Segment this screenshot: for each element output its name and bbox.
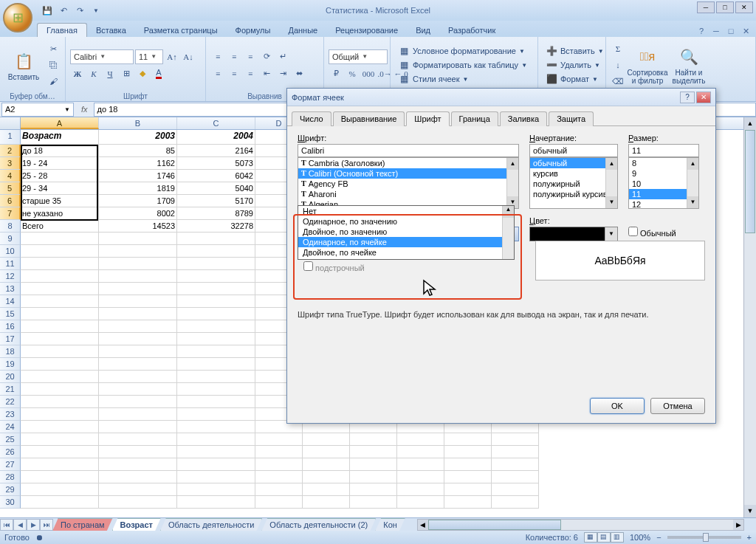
style-list[interactable]: обычныйкурсивполужирныйполужирный курсив… — [529, 157, 618, 209]
sheet-tab-activity[interactable]: Область деятельности — [160, 518, 262, 531]
cut-icon[interactable]: ✂ — [46, 41, 61, 56]
font-list-item[interactable]: T Cambria (Заголовки) — [298, 158, 518, 168]
cell[interactable] — [177, 320, 255, 333]
comma-icon[interactable]: 000 — [361, 66, 376, 81]
cell[interactable] — [444, 471, 492, 483]
scroll-down-icon[interactable]: ▼ — [744, 505, 756, 517]
cell[interactable] — [21, 258, 99, 270]
cell[interactable] — [444, 433, 492, 446]
tab-view[interactable]: Вид — [407, 24, 439, 37]
find-select-button[interactable]: 🔍 Найти и выделить — [670, 44, 708, 86]
ribbon-help-icon[interactable]: ? — [695, 27, 707, 37]
cell[interactable] — [177, 483, 255, 496]
align-center-icon[interactable]: ≡ — [227, 66, 241, 81]
ok-button[interactable]: OK — [590, 398, 645, 414]
cell[interactable] — [21, 308, 99, 320]
cell[interactable] — [303, 496, 350, 509]
cell[interactable] — [397, 483, 444, 496]
font-list-item[interactable]: T Aharoni — [298, 189, 518, 199]
column-header[interactable]: B — [99, 117, 177, 129]
row-header[interactable]: 12 — [0, 270, 21, 283]
hscroll-thumb[interactable] — [428, 520, 561, 530]
underline-option[interactable]: Одинарное, по значению — [298, 216, 514, 227]
cell[interactable] — [99, 408, 177, 421]
underline-option[interactable]: Нет — [298, 206, 514, 216]
cell[interactable]: 8789 — [177, 207, 255, 220]
cell[interactable]: 6042 — [177, 170, 255, 182]
cell[interactable] — [99, 496, 177, 509]
cell[interactable]: 1819 — [99, 182, 177, 195]
sheet-tab-countries[interactable]: По странам — [52, 518, 113, 531]
font-list-item[interactable]: T Agency FB — [298, 179, 518, 189]
cell[interactable]: 29 - 34 — [21, 182, 99, 195]
cell[interactable] — [255, 458, 303, 471]
bold-button[interactable]: Ж — [70, 66, 85, 81]
underline-option[interactable]: Двойное, по значению — [298, 227, 514, 237]
row-header[interactable]: 20 — [0, 371, 21, 383]
style-list-item[interactable]: обычный — [530, 158, 617, 168]
number-format-combo[interactable]: Общий▼ — [329, 49, 388, 64]
cell[interactable] — [350, 483, 397, 496]
row-header[interactable]: 25 — [0, 433, 21, 446]
row-header[interactable]: 30 — [0, 496, 21, 509]
cell[interactable] — [99, 320, 177, 333]
vertical-scrollbar[interactable]: ▲ ▼ — [743, 117, 756, 517]
scroll-up-icon[interactable]: ▲ — [744, 117, 756, 130]
cell[interactable] — [303, 446, 350, 458]
cell[interactable] — [492, 496, 539, 509]
subscript-checkbox[interactable]: подстрочный — [303, 264, 365, 272]
underline-option[interactable]: Двойное, по ячейке — [298, 247, 514, 258]
cell[interactable] — [177, 496, 255, 509]
dialog-help-icon[interactable]: ? — [680, 92, 695, 103]
tab-data[interactable]: Данные — [279, 24, 326, 37]
underline-dropdown-list[interactable]: НетОдинарное, по значениюДвойное, по зна… — [298, 205, 515, 260]
currency-icon[interactable]: ₽ — [329, 66, 343, 81]
cell[interactable] — [177, 358, 255, 371]
cell-styles-button[interactable]: ▦Стили ячеек ▼ — [395, 72, 530, 86]
cell[interactable] — [177, 345, 255, 358]
dialog-close-icon[interactable]: ✕ — [696, 92, 711, 103]
increase-indent-icon[interactable]: ⇥ — [275, 66, 290, 81]
row-header[interactable]: 4 — [0, 170, 21, 182]
cell[interactable] — [21, 358, 99, 371]
sheet-tab-kon[interactable]: Кон — [375, 518, 405, 531]
cell[interactable] — [255, 483, 303, 496]
cell[interactable] — [397, 433, 444, 446]
paste-button[interactable]: 📋 Вставить — [4, 48, 43, 83]
conditional-formatting-button[interactable]: ▦Условное форматирование ▼ — [395, 44, 530, 58]
undo-icon[interactable]: ↶ — [58, 4, 69, 16]
row-header[interactable]: 7 — [0, 207, 21, 220]
font-name-combo[interactable]: Calibri▼ — [70, 49, 134, 64]
cell[interactable] — [99, 371, 177, 383]
zoom-out-icon[interactable]: − — [656, 533, 661, 542]
tab-insert[interactable]: Вставка — [87, 24, 135, 37]
cell[interactable] — [177, 446, 255, 458]
close-button[interactable]: ✕ — [735, 1, 753, 13]
cell[interactable] — [303, 458, 350, 471]
delete-cells-button[interactable]: ➖Удалить ▼ — [543, 58, 607, 72]
cell[interactable] — [99, 270, 177, 283]
cell[interactable] — [177, 283, 255, 295]
cell[interactable] — [99, 396, 177, 408]
percent-icon[interactable]: % — [345, 66, 360, 81]
row-header[interactable]: 21 — [0, 383, 21, 396]
cell[interactable]: 14523 — [99, 220, 177, 233]
cell[interactable] — [177, 408, 255, 421]
sheet-tab-activity-2[interactable]: Область деятельности (2) — [261, 518, 376, 531]
sheet-nav-last-icon[interactable]: ⏭ — [40, 519, 53, 531]
cell[interactable] — [177, 270, 255, 283]
sheet-tab-age[interactable]: Возраст — [112, 518, 161, 531]
hscroll-left-icon[interactable]: ◀ — [418, 520, 428, 530]
cell[interactable] — [177, 458, 255, 471]
cell[interactable]: не указано — [21, 207, 99, 220]
cell[interactable] — [99, 295, 177, 308]
ribbon-minimize-icon[interactable]: ─ — [710, 27, 722, 37]
cell[interactable] — [350, 496, 397, 509]
italic-button[interactable]: К — [86, 66, 101, 81]
cell[interactable] — [21, 371, 99, 383]
cell[interactable] — [177, 258, 255, 270]
cell[interactable] — [99, 245, 177, 258]
ribbon-close-icon[interactable]: ✕ — [740, 27, 752, 37]
row-header[interactable]: 16 — [0, 320, 21, 333]
style-list-item[interactable]: курсив — [530, 168, 617, 179]
